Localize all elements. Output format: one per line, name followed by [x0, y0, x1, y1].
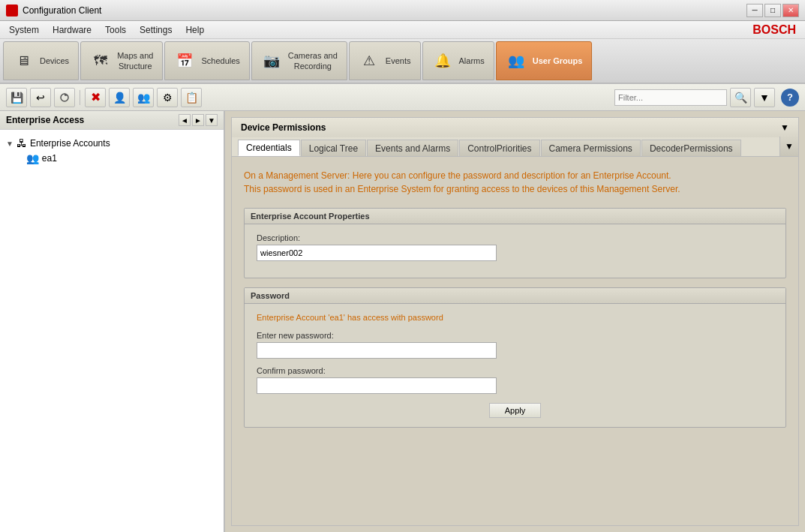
description-field-row: Description:: [257, 233, 773, 261]
events-icon: ⚠: [359, 50, 380, 71]
device-permissions-header: Device Permissions ▼: [231, 117, 799, 137]
delete-button[interactable]: ✖: [85, 88, 106, 107]
nav-tab-user-groups[interactable]: 👥 User Groups: [496, 41, 593, 80]
password-group: Password Enterprise Account 'ea1' has ac…: [244, 287, 786, 428]
nav-tab-maps[interactable]: 🗺 Maps andStructure: [80, 41, 163, 80]
nav-tab-user-groups-label: User Groups: [533, 56, 583, 66]
filter-button[interactable]: 🔍: [730, 88, 751, 107]
panel-controls: ◄ ► ▼: [179, 114, 218, 126]
info-line1: On a Management Server: Here you can con…: [244, 170, 671, 181]
panel-pin-button[interactable]: ◄: [179, 114, 191, 126]
nav-tab-alarms-label: Alarms: [459, 56, 485, 66]
save-button[interactable]: 💾: [6, 88, 27, 107]
menu-hardware[interactable]: Hardware: [47, 23, 98, 37]
right-panel: Device Permissions ▼ Credentials Logical…: [225, 111, 805, 532]
maximize-button[interactable]: □: [764, 4, 781, 17]
password-content: Enterprise Account 'ea1' has access with…: [245, 304, 785, 427]
tab-logical-tree-label: Logical Tree: [309, 143, 358, 154]
menu-tools[interactable]: Tools: [99, 23, 132, 37]
new-password-input[interactable]: [257, 342, 497, 359]
filter-dropdown[interactable]: ▼: [754, 88, 775, 107]
panel-prev-button[interactable]: ►: [192, 114, 204, 126]
tab-decoder-permissions-label: DecoderPermissions: [650, 143, 733, 154]
user-groups-icon: 👥: [506, 50, 527, 71]
menu-settings[interactable]: Settings: [134, 23, 178, 37]
nav-tab-cameras[interactable]: 📷 Cameras andRecording: [251, 41, 347, 80]
settings-button[interactable]: ⚙: [157, 88, 178, 107]
action-toolbar: 💾 ↩ ✖ 👤 👥 ⚙ 📋 🔍 ▼ ?: [0, 84, 805, 111]
confirm-password-input[interactable]: [257, 377, 497, 394]
alarms-icon: 🔔: [432, 50, 453, 71]
tab-credentials-label: Credentials: [246, 143, 292, 153]
help-button[interactable]: ?: [781, 89, 799, 107]
tree-area: ▼ 🖧 Enterprise Accounts 👥 ea1: [0, 130, 224, 532]
account-properties-content: Description:: [245, 224, 785, 278]
new-password-field-row: Enter new password:: [257, 331, 773, 359]
tab-camera-permissions-label: Camera Permissions: [549, 143, 632, 154]
tab-bar: Credentials Logical Tree Events and Alar…: [231, 137, 799, 157]
tab-credentials[interactable]: Credentials: [238, 140, 300, 156]
confirm-password-label: Confirm password:: [257, 366, 773, 375]
panel-header: Enterprise Access ◄ ► ▼: [0, 111, 224, 130]
close-button[interactable]: ✕: [782, 4, 799, 17]
svg-point-0: [8, 7, 16, 14]
tree-leaf-spacer: [21, 155, 23, 163]
nav-tab-events[interactable]: ⚠ Events: [349, 41, 421, 80]
password-info-text: Enterprise Account 'ea1' has access with…: [257, 313, 773, 322]
panel-title: Enterprise Access: [6, 115, 84, 125]
app-icon: [6, 5, 18, 17]
info-line2: This password is used in an Enterprise S…: [244, 184, 680, 194]
tab-events-alarms-label: Events and Alarms: [375, 143, 450, 154]
maps-icon: 🗺: [90, 50, 111, 71]
minimize-button[interactable]: ─: [746, 4, 763, 17]
panel-collapse-button[interactable]: ▼: [206, 114, 218, 126]
left-panel: Enterprise Access ◄ ► ▼ ▼ 🖧 Enterprise A…: [0, 111, 225, 532]
description-label: Description:: [257, 233, 773, 242]
tab-events-alarms[interactable]: Events and Alarms: [367, 140, 458, 156]
password-title: Password: [245, 288, 785, 304]
tab-decoder-permissions[interactable]: DecoderPermissions: [641, 140, 741, 156]
tab-more-button[interactable]: ▼: [779, 137, 798, 156]
cameras-icon: 📷: [261, 50, 282, 71]
add-group-button[interactable]: 👥: [133, 88, 154, 107]
credentials-content: On a Management Server: Here you can con…: [231, 157, 799, 526]
nav-tab-events-label: Events: [386, 56, 411, 66]
tree-root-item[interactable]: ▼ 🖧 Enterprise Accounts: [6, 136, 218, 151]
add-user-button[interactable]: 👤: [109, 88, 130, 107]
device-permissions-title: Device Permissions: [241, 122, 326, 133]
tab-logical-tree[interactable]: Logical Tree: [301, 140, 366, 156]
tree-ea1-item[interactable]: 👥 ea1: [21, 151, 218, 166]
device-permissions-dropdown[interactable]: ▼: [780, 122, 789, 133]
nav-tab-devices[interactable]: 🖥 Devices: [3, 41, 79, 80]
bosch-logo: BOSCH: [752, 23, 802, 37]
window-title: Configuration Client: [23, 5, 101, 16]
nav-tab-devices-label: Devices: [40, 56, 69, 66]
nav-tab-alarms[interactable]: 🔔 Alarms: [422, 41, 494, 80]
nav-tab-schedules[interactable]: 📅 Schedules: [164, 41, 249, 80]
enterprise-accounts-label: Enterprise Accounts: [30, 138, 110, 149]
filter-box: 🔍 ▼ ?: [614, 88, 799, 107]
menu-bar: System Hardware Tools Settings Help BOSC…: [0, 21, 805, 39]
copy-button[interactable]: 📋: [181, 88, 202, 107]
nav-bar: 🖥 Devices 🗺 Maps andStructure 📅 Schedule…: [0, 39, 805, 84]
account-properties-group: Enterprise Account Properties Descriptio…: [244, 208, 786, 278]
refresh-button[interactable]: [54, 88, 75, 107]
ea1-icon: 👥: [26, 152, 39, 164]
account-properties-title: Enterprise Account Properties: [245, 209, 785, 224]
tree-expand-icon: ▼: [6, 140, 14, 148]
menu-help[interactable]: Help: [179, 23, 210, 37]
description-input[interactable]: [257, 245, 497, 261]
toolbar-separator: [80, 90, 80, 105]
apply-button[interactable]: Apply: [489, 403, 542, 418]
tab-control-priorities[interactable]: ControlPriorities: [459, 140, 539, 156]
menu-system[interactable]: System: [3, 23, 45, 37]
nav-tab-cameras-label: Cameras andRecording: [288, 50, 338, 72]
tab-control-priorities-label: ControlPriorities: [467, 143, 531, 154]
nav-tab-maps-label: Maps andStructure: [117, 50, 153, 72]
main-content: Enterprise Access ◄ ► ▼ ▼ 🖧 Enterprise A…: [0, 111, 805, 532]
info-text: On a Management Server: Here you can con…: [244, 169, 786, 196]
tree-children: 👥 ea1: [21, 151, 218, 166]
filter-input[interactable]: [614, 89, 727, 106]
undo-button[interactable]: ↩: [30, 88, 51, 107]
tab-camera-permissions[interactable]: Camera Permissions: [541, 140, 641, 156]
